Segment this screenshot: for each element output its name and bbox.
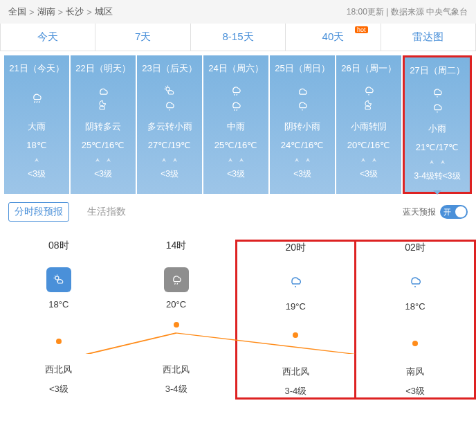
tab-0[interactable]: 今天 xyxy=(1,24,95,51)
hour-col-0: 08时 18°C 西北风 <3级 xyxy=(0,240,118,400)
day-wind: <3级 xyxy=(138,168,201,180)
day-card-2[interactable]: 23日（后天） 多云转小雨 27℃/19℃ <3级 xyxy=(137,55,202,194)
hour-wind: 西北风 xyxy=(0,364,118,376)
hour-wind: 南风 xyxy=(356,366,474,378)
wind-arrow-icon xyxy=(439,159,446,166)
hour-wind-level: 3-4级 xyxy=(237,385,355,397)
wind-arrow-icon xyxy=(33,157,40,164)
rain-icon xyxy=(229,84,243,98)
hour-col-3: 02时 18°C 南风 <3级 xyxy=(354,240,476,400)
svg-point-0 xyxy=(166,87,170,91)
hour-temp: 18°C xyxy=(356,301,474,312)
day-weather: 阴转小雨 xyxy=(271,120,333,133)
day-card-5[interactable]: 26日（周一） 小雨转阴 20℃/16℃ <3级 xyxy=(336,55,401,194)
day-wind: <3级 xyxy=(338,168,400,180)
day-date: 24日（周六） xyxy=(205,62,267,75)
day-temp: 27℃/19℃ xyxy=(138,140,201,150)
light-rain-icon xyxy=(362,84,376,98)
day-wind: <3级 xyxy=(271,168,333,180)
light-rain-icon xyxy=(163,99,176,113)
svg-point-1 xyxy=(169,109,170,111)
hour-wind: 西北风 xyxy=(118,364,235,376)
cloud-moon-icon xyxy=(362,99,376,113)
hour-icon xyxy=(237,267,355,297)
crumb[interactable]: 全国 xyxy=(8,6,26,18)
crumb[interactable]: 长沙 xyxy=(66,6,84,18)
rain-icon xyxy=(229,99,243,113)
day-wind: <3级 xyxy=(205,168,267,180)
day-wind: 3-4级转<3级 xyxy=(406,170,468,182)
day-card-3[interactable]: 24日（周六） 中雨 25℃/16℃ <3级 xyxy=(203,55,268,194)
day-temp: 18℃ xyxy=(6,140,68,150)
hourly-forecast: 08时 18°C 西北风 <3级 14时 20°C 西北风 3-4级 20时 1… xyxy=(0,226,476,412)
tab-life-index[interactable]: 生活指数 xyxy=(82,203,131,221)
day-card-0[interactable]: 21日（今天） 大雨 18℃ <3级 xyxy=(4,55,69,194)
rain-icon xyxy=(407,274,423,290)
svg-point-4 xyxy=(437,96,438,98)
svg-point-3 xyxy=(368,94,369,96)
tab-4[interactable]: 雷达图 xyxy=(381,24,475,51)
day-weather: 多云转小雨 xyxy=(138,120,201,133)
svg-point-6 xyxy=(55,276,59,280)
tab-3[interactable]: 40天hot xyxy=(286,24,381,51)
cloud-icon xyxy=(96,84,110,98)
wind-arrow-icon xyxy=(238,157,245,164)
hour-col-2: 20时 19°C 西北风 3-4级 xyxy=(235,240,355,400)
seven-day-forecast: 21日（今天） 大雨 18℃ <3级 22日（明天） 阴转多云 25℃/16℃ … xyxy=(0,51,476,195)
day-temp: 25℃/16℃ xyxy=(72,140,134,150)
wind-arrow-icon xyxy=(172,157,178,164)
day-date: 26日（周一） xyxy=(338,62,400,75)
svg-point-7 xyxy=(295,286,296,287)
wind-arrow-icon xyxy=(293,157,300,164)
hour-icon xyxy=(356,267,474,297)
wind-arrow-icon xyxy=(227,157,234,164)
svg-point-5 xyxy=(437,111,438,113)
hour-temp: 18°C xyxy=(0,299,118,310)
day-temp: 24℃/16℃ xyxy=(271,140,333,150)
hot-badge: hot xyxy=(355,26,368,33)
rain-icon xyxy=(170,273,183,287)
day-weather: 中雨 xyxy=(205,120,267,133)
light-rain-icon xyxy=(295,99,309,113)
hour-temp: 19°C xyxy=(237,301,355,312)
day-weather: 小雨 xyxy=(406,123,468,135)
blue-sky-label: 蓝天预报 xyxy=(403,206,436,218)
day-card-6[interactable]: 27日（周二） 小雨 21℃/17℃ 3-4级转<3级 xyxy=(403,55,472,194)
hour-temp: 20°C xyxy=(118,299,235,310)
hour-time: 14时 xyxy=(118,240,235,252)
day-weather: 阴转多云 xyxy=(72,120,134,133)
day-wind: <3级 xyxy=(72,168,134,180)
tab-2[interactable]: 8-15天 xyxy=(191,24,286,51)
svg-point-2 xyxy=(302,109,303,111)
day-date: 22日（明天） xyxy=(72,62,134,75)
cloud-icon xyxy=(295,84,309,98)
sun-cloud-icon xyxy=(52,273,66,287)
hour-time: 08时 xyxy=(0,240,118,252)
day-date: 27日（周二） xyxy=(406,64,468,77)
wind-arrow-icon xyxy=(304,157,311,164)
crumb[interactable]: 湖南 xyxy=(37,6,55,18)
day-wind: <3级 xyxy=(6,168,68,180)
crumb[interactable]: 城区 xyxy=(95,6,113,18)
range-tabs: 今天7天8-15天40天hot雷达图 xyxy=(0,24,476,51)
wind-arrow-icon xyxy=(105,157,112,164)
day-weather: 小雨转阴 xyxy=(338,120,400,133)
tab-hourly[interactable]: 分时段预报 xyxy=(8,202,69,222)
wind-arrow-icon xyxy=(94,157,101,164)
tab-1[interactable]: 7天 xyxy=(95,24,190,51)
day-card-4[interactable]: 25日（周日） 阴转小雨 24℃/16℃ <3级 xyxy=(270,55,335,194)
wind-arrow-icon xyxy=(371,157,378,164)
blue-sky-toggle[interactable]: 开 xyxy=(440,205,468,219)
hour-col-1: 14时 20°C 西北风 3-4级 xyxy=(118,240,235,400)
day-temp: 20℃/16℃ xyxy=(338,140,400,150)
hour-wind-level: <3级 xyxy=(0,383,118,395)
wind-arrow-icon xyxy=(161,157,167,164)
day-card-1[interactable]: 22日（明天） 阴转多云 25℃/16℃ <3级 xyxy=(71,55,136,194)
hour-time: 20时 xyxy=(237,242,355,254)
rain-icon xyxy=(287,274,304,290)
breadcrumb: 全国> 湖南> 长沙> 城区 xyxy=(8,6,113,18)
hour-time: 02时 xyxy=(356,242,474,254)
hour-wind-level: <3级 xyxy=(356,385,474,397)
hour-wind-level: 3-4级 xyxy=(118,383,235,395)
wind-arrow-icon xyxy=(428,159,435,166)
